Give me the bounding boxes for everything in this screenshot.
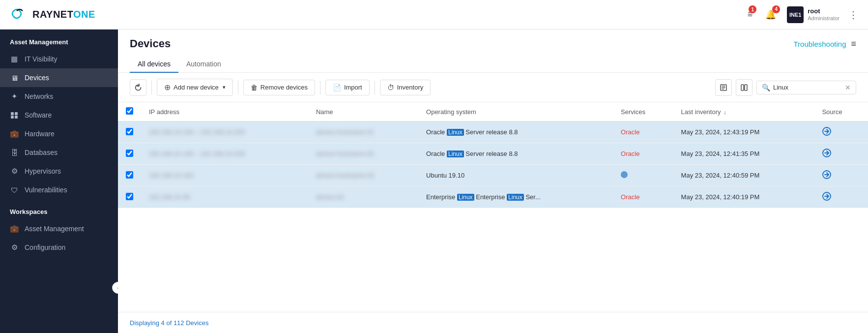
os-linux-highlight: Linux: [457, 194, 474, 201]
os-linux-highlight: Linux: [447, 151, 464, 157]
inventory-label: Inventory: [397, 84, 423, 91]
tab-all-devices[interactable]: All devices: [130, 56, 178, 73]
add-device-btn[interactable]: ⊕ Add new device ▾: [157, 79, 233, 96]
sidebar-item-label: Vulnerabilities: [25, 186, 67, 194]
table-header-row: IP address Name Operating system Service…: [118, 102, 868, 121]
search-input[interactable]: [773, 84, 842, 91]
select-all-checkbox[interactable]: [126, 107, 133, 115]
svg-rect-3: [11, 116, 14, 119]
software-icon: [10, 111, 19, 120]
row-source: [814, 186, 868, 208]
inventory-icon: ⏱: [387, 84, 394, 91]
workspaces-asset-icon: 💼: [10, 224, 19, 233]
sidebar-item-label: Hypervisors: [25, 167, 61, 175]
service-oracle: Oracle: [621, 193, 639, 201]
sidebar-item-vulnerabilities[interactable]: 🛡 Vulnerabilities: [0, 181, 118, 199]
menu-icon-btn[interactable]: ≡ 1: [746, 7, 755, 22]
tab-automation[interactable]: Automation: [178, 56, 229, 73]
source-api-icon: [822, 151, 832, 159]
header-source: Source: [814, 102, 868, 121]
source-api-icon: [822, 173, 832, 181]
content-header: Devices Troubleshooting ≡ All devices Au…: [118, 30, 868, 73]
sidebar-item-software[interactable]: Software: [0, 106, 118, 124]
row-checkbox[interactable]: [126, 171, 133, 179]
troubleshooting-menu-btn[interactable]: ≡: [851, 39, 856, 49]
sort-arrow-icon: ↓: [723, 109, 726, 115]
toolbar-right: 🔍 ✕: [715, 79, 856, 96]
sidebar-item-configuration[interactable]: ⚙ Configuration: [0, 238, 118, 257]
source-api-icon: [822, 194, 832, 203]
row-checkbox-cell: [118, 121, 141, 143]
sidebar-section2-title: Workspaces: [0, 199, 118, 219]
search-box: 🔍 ✕: [756, 81, 856, 94]
svg-rect-1: [11, 112, 14, 115]
row-os: Ubuntu 19.10: [418, 165, 613, 186]
add-icon: ⊕: [164, 83, 171, 92]
top-header: RAYNETONE ≡ 1 🔔 4 INE1 root Administrato…: [0, 0, 868, 30]
row-checkbox-cell: [118, 143, 141, 165]
sidebar-item-label: Networks: [25, 92, 53, 100]
row-last-inventory: May 23, 2024, 12:40:19 PM: [673, 186, 814, 208]
table-row: 192.168.10.100 – 192.168.10.200 device-h…: [118, 121, 868, 143]
service-oracle: Oracle: [621, 128, 639, 136]
sidebar-item-hardware[interactable]: 💼 Hardware: [0, 124, 118, 143]
sidebar-item-label: Configuration: [25, 243, 65, 251]
hardware-icon: 💼: [10, 129, 19, 138]
toolbar-separator2: [238, 81, 238, 94]
inventory-btn[interactable]: ⏱ Inventory: [380, 80, 431, 95]
page-title: Devices: [130, 37, 171, 50]
row-source: [814, 165, 868, 186]
table-container: IP address Name Operating system Service…: [118, 102, 868, 312]
row-services: Oracle: [613, 121, 673, 143]
row-name: device-hostname-01: [308, 121, 418, 143]
toolbar: ⊕ Add new device ▾ 🗑 Remove devices 📄 Im…: [118, 73, 868, 102]
search-clear-btn[interactable]: ✕: [845, 84, 851, 91]
user-role: Administrator: [808, 15, 839, 22]
row-checkbox-cell: [118, 186, 141, 208]
content-header-top: Devices Troubleshooting ≡: [130, 37, 856, 50]
sidebar-item-databases[interactable]: 🗄 Databases: [0, 143, 118, 162]
header-services: Services: [613, 102, 673, 121]
sidebar-item-networks[interactable]: ✦ Networks: [0, 87, 118, 106]
devices-table: IP address Name Operating system Service…: [118, 102, 868, 208]
row-checkbox[interactable]: [126, 150, 133, 157]
toolbar-separator1: [151, 81, 152, 94]
sidebar-collapse-btn[interactable]: ‹: [112, 282, 118, 294]
user-area[interactable]: INE1 root Administrator: [787, 6, 839, 23]
alerts-badge: 4: [772, 5, 780, 13]
row-os: Oracle Linux Server release 8.8: [418, 121, 613, 143]
columns-btn[interactable]: [736, 79, 752, 96]
export-btn[interactable]: [715, 79, 732, 96]
table-footer: Displaying 4 of 112 Devices: [118, 312, 868, 333]
user-name: root: [808, 7, 839, 15]
sidebar-item-devices[interactable]: 🖥 Devices: [0, 68, 118, 87]
troubleshooting-link[interactable]: Troubleshooting: [793, 40, 846, 48]
troubleshooting-area: Troubleshooting ≡: [793, 39, 856, 49]
header-name: Name: [308, 102, 418, 121]
more-options-btn[interactable]: ⋮: [848, 9, 858, 21]
bell-icon-btn[interactable]: 🔔 4: [763, 7, 778, 22]
sidebar-item-it-visibility[interactable]: ▦ IT Visibility: [0, 50, 118, 68]
service-oracle: Oracle: [621, 150, 639, 157]
add-device-label: Add new device: [174, 84, 219, 91]
remove-devices-label: Remove devices: [260, 84, 308, 91]
sidebar-item-hypervisors[interactable]: ⚙ Hypervisors: [0, 162, 118, 181]
remove-devices-btn[interactable]: 🗑 Remove devices: [243, 80, 315, 95]
row-checkbox[interactable]: [126, 193, 133, 200]
os-linux-highlight: Linux: [447, 129, 464, 136]
sidebar-item-label: Software: [25, 111, 52, 119]
devices-icon: 🖥: [10, 73, 19, 82]
header-os: Operating system: [418, 102, 613, 121]
sidebar-item-label: Databases: [25, 149, 58, 156]
row-services: Oracle: [613, 143, 673, 165]
networks-icon: ✦: [10, 92, 19, 101]
header-checkbox-col: [118, 102, 141, 121]
row-checkbox[interactable]: [126, 128, 133, 135]
refresh-icon: [134, 84, 142, 91]
row-os: Oracle Linux Server release 8.8: [418, 143, 613, 165]
sidebar-item-asset-management[interactable]: 💼 Asset Management: [0, 219, 118, 238]
import-btn[interactable]: 📄 Import: [325, 80, 370, 95]
row-checkbox-cell: [118, 165, 141, 186]
refresh-btn[interactable]: [130, 79, 146, 96]
header-right: ≡ 1 🔔 4 INE1 root Administrator ⋮: [746, 6, 858, 23]
